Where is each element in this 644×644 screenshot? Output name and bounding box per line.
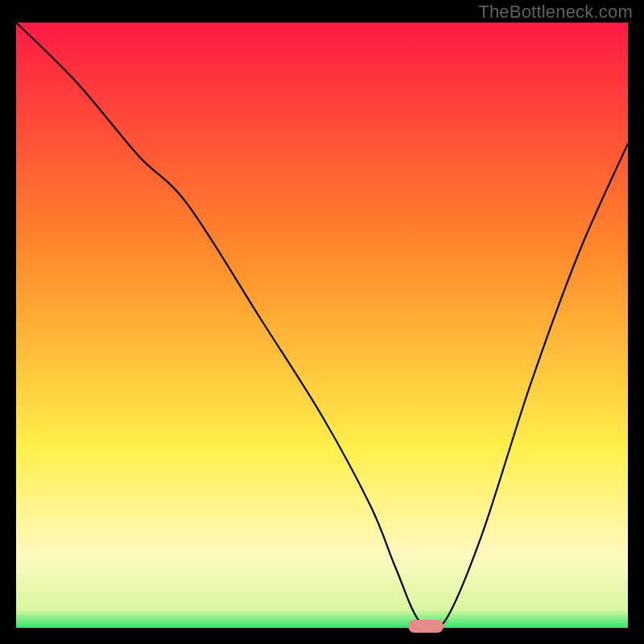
optimal-marker: [408, 620, 444, 633]
chart-frame: TheBottleneck.com: [0, 0, 644, 644]
watermark-text: TheBottleneck.com: [478, 2, 633, 23]
gradient-background: [16, 23, 628, 628]
plot-area: [16, 23, 628, 628]
plot-svg: [16, 23, 628, 628]
